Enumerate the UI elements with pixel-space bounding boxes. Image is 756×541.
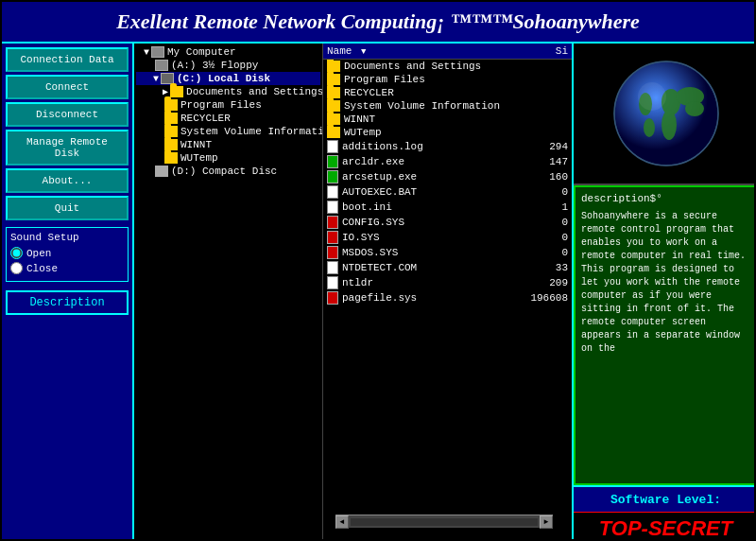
tree-sysvolinfo[interactable]: System Volume Informatio... [136,125,320,138]
manage-remote-disk-btn[interactable]: Manage Remote Disk [6,130,129,166]
file-name: arcldr.exe [342,156,549,167]
sys-icon [327,291,338,305]
file-name: Documents and Settings [344,61,568,72]
tree-floppy[interactable]: (A:) 3½ Floppy [136,59,320,72]
drive-icon [155,60,168,71]
folder-icon [170,86,183,97]
exe-icon [327,155,338,168]
file-row[interactable]: arcldr.exe 147 [323,154,572,169]
file-row[interactable]: Documents and Settings [323,60,572,73]
file-size: 33 [556,262,568,273]
file-size: 0 [561,186,568,198]
file-name: arcsetup.exe [342,171,549,183]
file-row[interactable]: additions.log 294 [323,139,572,154]
svg-point-8 [638,82,666,111]
file-list-panel: Name ▼ Si Documents and Settings Program… [323,44,572,541]
tree-program-files[interactable]: Program Files [136,98,320,112]
sound-open-label: Open [26,248,51,259]
file-name: System Volume Information [344,100,568,112]
file-row[interactable]: RECYCLER [323,86,572,99]
quit-btn[interactable]: Quit [6,196,129,220]
col-size-header[interactable]: Si [472,45,568,57]
scroll-left-btn[interactable]: ◄ [335,515,349,529]
tree-wutemp[interactable]: WUTemp [136,151,320,165]
file-name: IO.SYS [342,232,561,243]
sound-close-radio[interactable] [10,262,23,274]
file-row[interactable]: ntldr 209 [323,275,572,290]
expand-icon: ▼ [153,74,159,84]
sys-icon [327,231,338,244]
connect-btn[interactable]: Connect [6,75,129,99]
file-size: 160 [549,171,568,183]
doc-icon [327,140,338,153]
tree-label: (D:) Compact Disc [171,166,277,177]
sys-icon [327,246,338,259]
file-name: boot.ini [342,201,561,213]
disconnect-btn[interactable]: Disconnect [6,102,129,127]
file-size: 0 [561,232,568,243]
computer-icon [151,46,164,58]
file-row[interactable]: MSDOS.SYS 0 [323,245,572,260]
sort-icon: ▼ [361,47,366,57]
col-name-header[interactable]: Name ▼ [327,45,472,57]
file-row[interactable]: Program Files [323,73,572,86]
file-name: CONFIG.SYS [342,217,561,228]
svg-point-7 [685,101,704,116]
doc-icon [327,185,338,199]
description-btn[interactable]: Description [6,290,129,315]
file-row[interactable]: arcsetup.exe 160 [323,169,572,184]
cdrom-icon [155,166,168,177]
file-name: RECYCLER [344,87,568,98]
sys-icon [327,216,338,229]
scroll-track [351,518,538,526]
file-row[interactable]: WUTemp [323,126,572,139]
tree-label: Documents and Settings [186,86,323,97]
file-list-scrollbar[interactable]: ◄ ► [335,515,553,528]
file-name: additions.log [342,141,549,152]
tree-label: Program Files [180,99,262,111]
tree-label: (A:) 3½ Floppy [171,60,258,71]
tree-winnt[interactable]: WINNT [136,138,320,151]
file-size: 147 [549,156,568,167]
file-name: pagefile.sys [342,292,530,304]
tree-cdrom[interactable]: (D:) Compact Disc [136,165,320,178]
tree-recycler[interactable]: RECYCLER [136,112,320,125]
file-name: Program Files [344,74,568,85]
file-row[interactable]: System Volume Information [323,99,572,113]
doc-icon [327,261,338,274]
file-row[interactable]: boot.ini 1 [323,200,572,215]
file-row[interactable]: IO.SYS 0 [323,230,572,245]
tree-label: System Volume Informatio... [180,126,323,137]
file-row[interactable]: WINNT [323,113,572,126]
file-list-items: Documents and Settings Program Files REC… [323,60,572,305]
top-secret-bar: TOP-SECRET [574,512,756,541]
tree-local-disk[interactable]: ▼ (C:) Local Disk [136,72,320,85]
file-size: 0 [561,217,568,228]
file-size: 209 [549,277,568,288]
file-name: AUTOEXEC.BAT [342,186,561,198]
software-level-label: Software Level: [610,493,721,507]
folder-icon [164,152,178,164]
file-explorer: ▼ My Computer (A:) 3½ Floppy ▼ (C:) Loca… [134,44,574,541]
file-name: WINNT [344,113,568,125]
svg-point-5 [644,118,655,137]
file-size: 0 [561,247,568,258]
top-secret-label: TOP-SECRET [599,516,732,540]
title-bar: Exellent Remote Network Computing¡ ™™™So… [2,2,754,44]
connection-data-btn[interactable]: Connection Data [6,47,129,72]
about-btn[interactable]: About... [6,168,129,193]
scroll-right-btn[interactable]: ► [540,515,553,529]
sound-open-radio[interactable] [10,247,23,259]
file-name: ntldr [342,277,549,288]
tree-label: My Computer [167,46,236,58]
file-size: 294 [549,141,568,152]
app-title: Exellent Remote Network Computing¡ ™™™So… [116,9,640,33]
main-layout: Connection Data Connect Disconnect Manag… [2,44,756,541]
file-row[interactable]: pagefile.sys 196608 [323,290,572,305]
file-row[interactable]: AUTOEXEC.BAT 0 [323,184,572,200]
file-row[interactable]: NTDETECT.COM 33 [323,260,572,275]
file-row[interactable]: CONFIG.SYS 0 [323,215,572,230]
tree-my-computer[interactable]: ▼ My Computer [136,45,320,59]
file-list-header: Name ▼ Si [323,44,572,60]
tree-docs-settings[interactable]: ▶ Documents and Settings [136,85,320,98]
